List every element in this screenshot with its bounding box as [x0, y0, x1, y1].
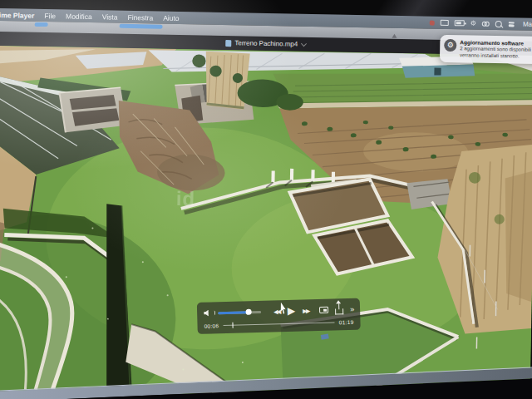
- volume-icon[interactable]: [204, 309, 211, 317]
- rewind-button[interactable]: ◀◀: [273, 308, 280, 314]
- video-file-icon: [225, 40, 231, 47]
- pip-button[interactable]: [319, 307, 328, 313]
- background-window-artifact: [120, 24, 163, 29]
- search-icon[interactable]: [495, 21, 502, 27]
- volume-slider[interactable]: [218, 310, 261, 313]
- menu-modifica[interactable]: Modifica: [66, 12, 92, 21]
- share-arrow-icon: [338, 303, 340, 309]
- elapsed-time: 00:06: [204, 323, 219, 328]
- window-title: Terreno Pachino.mp4: [234, 39, 298, 47]
- menu-bar-status-area: ⚙ Mar: [430, 19, 532, 28]
- controls-row-main: ◀◀ ▶ ▶▶ »: [204, 303, 353, 320]
- app-menu-quicktime[interactable]: Time Player: [0, 10, 35, 19]
- notification-body-line2: verranno installati stanotte.: [460, 52, 531, 60]
- fast-forward-button[interactable]: ▶▶: [303, 308, 309, 313]
- controls-row-timeline: 00:06 01:19: [204, 319, 353, 329]
- menu-aiuto[interactable]: Aiuto: [163, 13, 180, 22]
- menu-bar-clock[interactable]: Mar: [523, 21, 532, 28]
- secondary-controls: »: [319, 304, 353, 315]
- background-window-artifact: [35, 22, 48, 27]
- photo-of-screen: Time Player File Modifica Vista Finestra…: [0, 0, 532, 399]
- title-chevron-icon[interactable]: [301, 41, 307, 47]
- playhead[interactable]: [232, 323, 234, 328]
- volume-wave-icon: [212, 310, 215, 315]
- background-caret-artifact: [392, 32, 397, 38]
- software-update-notification[interactable]: ⚙ Aggiornamento software 2 aggiornamenti…: [440, 35, 532, 64]
- display-icon[interactable]: [441, 20, 449, 26]
- menu-file[interactable]: File: [44, 12, 56, 20]
- menu-finestra[interactable]: Finestra: [127, 12, 153, 22]
- handoff-icon[interactable]: [482, 22, 490, 26]
- playback-controls: ◀◀ ▶ ▶▶ » 00:06 01:19: [197, 298, 361, 334]
- gear-status-icon[interactable]: ⚙: [470, 20, 476, 27]
- aerial-scene: [0, 46, 532, 399]
- volume-knob[interactable]: [246, 309, 252, 315]
- play-button[interactable]: ▶: [288, 305, 296, 315]
- transport-controls: ◀◀ ▶ ▶▶: [273, 306, 309, 316]
- share-button[interactable]: [335, 308, 343, 314]
- volume-fill: [218, 311, 249, 314]
- gear-icon: ⚙: [444, 39, 456, 52]
- colored-app-icon[interactable]: [430, 20, 435, 25]
- mac-screen: Time Player File Modifica Vista Finestra…: [0, 8, 532, 399]
- control-center-icon[interactable]: [508, 21, 515, 27]
- progress-bar[interactable]: [223, 322, 334, 326]
- battery-icon[interactable]: [455, 20, 465, 26]
- menu-bar-menus: Time Player File Modifica Vista Finestra…: [0, 10, 180, 22]
- remaining-time: 01:19: [339, 319, 354, 325]
- menu-vista[interactable]: Vista: [102, 12, 118, 21]
- video-player-surface[interactable]: id ◀◀ ▶ ▶▶: [0, 46, 532, 399]
- notification-text: Aggiornamento software 2 aggiornamenti s…: [460, 39, 531, 60]
- watermark: id: [176, 187, 196, 210]
- more-controls-button[interactable]: »: [350, 305, 353, 313]
